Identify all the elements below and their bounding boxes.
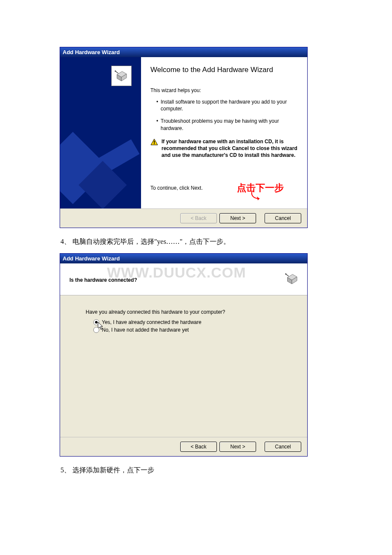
next-button[interactable]: Next >: [219, 213, 256, 223]
warning-text: If your hardware came with an installati…: [161, 138, 300, 159]
radio-no-row[interactable]: No, I have not added the hardware yet: [93, 327, 290, 333]
dialog-title: Add Hardware Wizard: [60, 254, 307, 263]
wizard-heading: Welcome to the Add Hardware Wizard: [150, 65, 300, 75]
svg-point-3: [115, 70, 116, 72]
instruction-step-5: 5、 选择添加新硬件，点下一步: [61, 466, 331, 475]
dialog-title: Add Hardware Wizard: [60, 47, 307, 57]
instruction-step-4: 4、 电脑自动搜索完毕后，选择"yes……"，点击下一步。: [61, 237, 331, 246]
bullet-2: Troubleshoot problems you may be having …: [161, 118, 300, 132]
back-button: < Back: [180, 213, 217, 223]
radio-yes-label: Yes, I have already connected the hardwa…: [102, 319, 202, 325]
add-hardware-wizard-welcome-dialog: Add Hardware Wizard Welcome to the: [60, 47, 308, 228]
continue-text: To continue, click Next.: [150, 185, 203, 192]
cancel-button[interactable]: Cancel: [265, 442, 301, 452]
svg-point-11: [285, 273, 286, 275]
radio-yes-input[interactable]: [93, 319, 99, 325]
wizard-header: WWW.DUUCX.COM Is the hardware connected?: [60, 263, 307, 295]
header-question: Is the hardware connected?: [69, 277, 137, 283]
hardware-icon: [282, 269, 301, 288]
annotation-arrow-icon: [248, 191, 265, 202]
next-button[interactable]: Next >: [219, 442, 256, 452]
bullet-icon: •: [156, 118, 161, 132]
svg-rect-6: [154, 143, 155, 144]
hardware-icon: [111, 66, 132, 86]
intro-text: This wizard helps you:: [150, 87, 300, 94]
warning-icon: [150, 139, 158, 145]
wizard-body: Have you already connected this hardware…: [60, 295, 307, 437]
button-bar: < Back Next > Cancel: [60, 437, 307, 456]
radio-yes-row[interactable]: Yes, I have already connected the hardwa…: [93, 319, 290, 325]
svg-rect-5: [154, 141, 155, 143]
back-button[interactable]: < Back: [180, 442, 217, 452]
add-hardware-wizard-connected-dialog: Add Hardware Wizard WWW.DUUCX.COM Is the…: [60, 253, 308, 457]
cancel-button[interactable]: Cancel: [265, 213, 301, 223]
body-question: Have you already connected this hardware…: [86, 309, 290, 315]
wizard-sidebar-image: [60, 57, 141, 208]
radio-no-label: No, I have not added the hardware yet: [102, 327, 189, 333]
radio-no-input[interactable]: [93, 327, 99, 333]
bullet-icon: •: [156, 98, 161, 113]
button-bar: < Back Next > Cancel: [60, 208, 307, 228]
bullet-1: Install software to support the hardware…: [161, 98, 300, 113]
